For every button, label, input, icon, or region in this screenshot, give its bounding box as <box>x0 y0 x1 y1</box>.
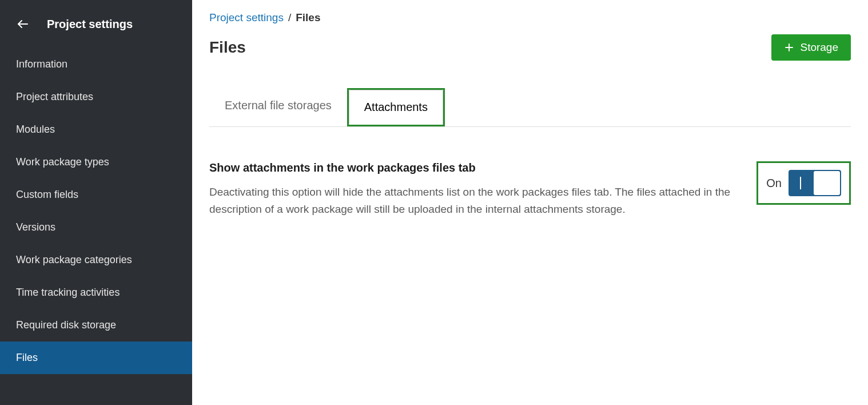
toggle-on-indicator-icon <box>800 177 801 189</box>
setting-description: Deactivating this option will hide the a… <box>209 184 739 219</box>
page-title: Files <box>209 38 246 57</box>
toggle-highlight: On <box>756 161 851 205</box>
sidebar-item-time-tracking-activities[interactable]: Time tracking activities <box>0 276 192 309</box>
breadcrumb-parent[interactable]: Project settings <box>209 11 284 24</box>
tab-attachments-highlight: Attachments <box>347 88 445 126</box>
tab-external-file-storages[interactable]: External file storages <box>209 88 347 127</box>
sidebar-item-custom-fields[interactable]: Custom fields <box>0 178 192 211</box>
toggle-knob <box>814 171 840 195</box>
tab-attachments[interactable]: Attachments <box>349 90 443 125</box>
setting-text: Show attachments in the work packages fi… <box>209 161 739 219</box>
storage-button-label: Storage <box>800 41 838 54</box>
setting-title: Show attachments in the work packages fi… <box>209 161 739 174</box>
plus-icon <box>784 42 794 53</box>
sidebar-header: Project settings <box>0 11 192 48</box>
sidebar-nav: Information Project attributes Modules W… <box>0 48 192 374</box>
sidebar-item-work-package-categories[interactable]: Work package categories <box>0 244 192 276</box>
title-row: Files Storage <box>209 34 851 61</box>
sidebar-item-work-package-types[interactable]: Work package types <box>0 146 192 178</box>
sidebar-item-versions[interactable]: Versions <box>0 211 192 244</box>
sidebar-item-required-disk-storage[interactable]: Required disk storage <box>0 309 192 342</box>
sidebar: Project settings Information Project att… <box>0 0 192 405</box>
toggle-state-label: On <box>766 177 782 190</box>
attachments-toggle[interactable] <box>789 170 841 196</box>
sidebar-item-information[interactable]: Information <box>0 48 192 81</box>
add-storage-button[interactable]: Storage <box>771 34 851 61</box>
breadcrumb-current: Files <box>296 11 320 24</box>
sidebar-item-project-attributes[interactable]: Project attributes <box>0 81 192 113</box>
sidebar-title: Project settings <box>47 18 133 31</box>
setting-row: Show attachments in the work packages fi… <box>209 161 851 219</box>
back-arrow-icon[interactable] <box>16 17 30 31</box>
sidebar-item-modules[interactable]: Modules <box>0 113 192 146</box>
breadcrumb: Project settings / Files <box>209 11 851 24</box>
main-content: Project settings / Files Files Storage E… <box>192 0 868 405</box>
breadcrumb-separator: / <box>288 11 291 24</box>
sidebar-item-files[interactable]: Files <box>0 342 192 374</box>
tabs: External file storages Attachments <box>209 88 851 127</box>
